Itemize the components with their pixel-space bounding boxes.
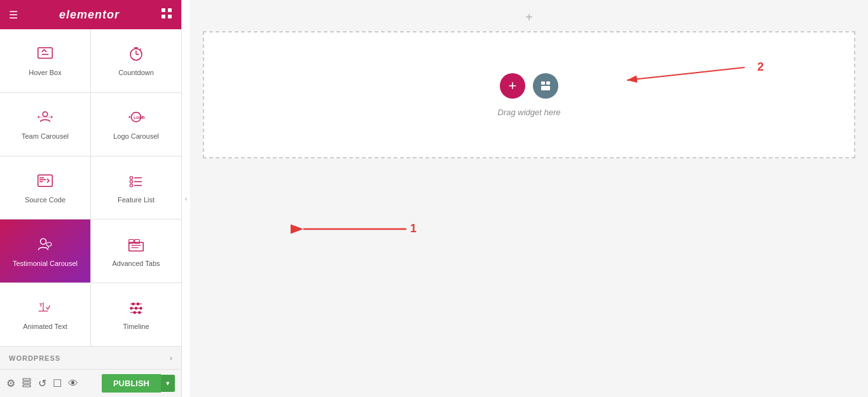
- history-icon[interactable]: ↺: [38, 377, 46, 389]
- svg-point-41: [135, 307, 138, 310]
- timeline-label: Timeline: [123, 322, 149, 331]
- svg-rect-49: [541, 81, 545, 85]
- testimonial-label: Testimonial Carousel: [13, 259, 78, 268]
- widget-timeline[interactable]: Timeline: [91, 283, 181, 346]
- annotation-1-label: 1: [410, 222, 417, 235]
- animatedtext-icon: T: [36, 298, 55, 317]
- widget-animated-text[interactable]: T Animated Text: [0, 283, 90, 346]
- svg-point-45: [138, 311, 141, 314]
- svg-point-19: [130, 176, 133, 179]
- publish-btn-group: PUBLISH ▾: [102, 374, 175, 393]
- svg-rect-50: [546, 81, 550, 85]
- testimonial-icon: [36, 235, 55, 254]
- add-template-button[interactable]: [533, 73, 558, 99]
- wordpress-section[interactable]: WORDPRESS ›: [0, 346, 181, 369]
- widget-grid: Hover Box Countdown: [0, 29, 181, 346]
- svg-rect-46: [23, 379, 31, 380]
- svg-point-44: [134, 311, 137, 314]
- preview-icon[interactable]: 👁: [68, 378, 78, 389]
- svg-rect-1: [168, 8, 172, 12]
- widget-hover-box[interactable]: Hover Box: [0, 29, 90, 92]
- footer-icons: ⚙ ↺ ☐ 👁: [6, 377, 78, 390]
- advancedtabs-icon: [127, 235, 146, 254]
- svg-point-38: [137, 303, 140, 306]
- svg-point-26: [46, 242, 52, 246]
- canvas-area: + + Drag widget here: [190, 0, 868, 397]
- widget-advanced-tabs[interactable]: Advanced Tabs: [91, 219, 181, 282]
- timeline-icon: [127, 298, 146, 317]
- grid-icon[interactable]: [161, 8, 172, 22]
- countdown-icon: [127, 44, 146, 63]
- publish-button[interactable]: PUBLISH: [102, 374, 161, 393]
- svg-line-53: [627, 67, 745, 80]
- advancedtabs-label: Advanced Tabs: [112, 259, 160, 268]
- svg-point-42: [139, 307, 142, 310]
- wordpress-label: WORDPRESS: [9, 354, 60, 362]
- widget-feature-list[interactable]: Feature List: [91, 157, 181, 219]
- wordpress-chevron-icon: ›: [170, 353, 172, 363]
- svg-rect-51: [541, 86, 550, 90]
- svg-rect-48: [23, 385, 31, 387]
- svg-text:LOGO: LOGO: [134, 116, 145, 120]
- drop-zone-buttons: +: [500, 73, 558, 99]
- sidebar-header: ☰ elementor: [0, 0, 181, 29]
- svg-rect-3: [168, 15, 172, 18]
- logocarousel-label: Logo Carousel: [113, 132, 159, 141]
- svg-rect-2: [162, 15, 165, 18]
- countdown-label: Countdown: [118, 68, 154, 77]
- sourcecode-icon: [36, 171, 55, 190]
- svg-rect-47: [23, 382, 31, 384]
- collapse-handle[interactable]: ‹: [181, 0, 190, 397]
- widget-source-code[interactable]: Source Code: [0, 157, 90, 219]
- add-widget-button[interactable]: +: [500, 73, 525, 99]
- sourcecode-label: Source Code: [25, 195, 65, 204]
- featurelist-label: Feature List: [118, 195, 155, 204]
- svg-text:T: T: [39, 302, 43, 308]
- svg-point-37: [132, 303, 135, 306]
- animatedtext-label: Animated Text: [23, 322, 67, 331]
- widget-testimonial-carousel[interactable]: Testimonial Carousel: [0, 219, 90, 282]
- hoverbox-icon: [36, 44, 55, 63]
- widget-logo-carousel[interactable]: LOGO Logo Carousel: [91, 93, 181, 156]
- elementor-logo: elementor: [59, 8, 120, 22]
- svg-point-21: [130, 180, 133, 183]
- svg-rect-4: [38, 48, 53, 59]
- teamcarousel-icon: [36, 108, 55, 127]
- layers-icon[interactable]: [22, 377, 32, 390]
- add-section-bar: +: [203, 6, 855, 29]
- menu-icon[interactable]: ☰: [9, 9, 18, 21]
- hoverbox-label: Hover Box: [29, 68, 61, 77]
- svg-rect-15: [38, 175, 53, 186]
- svg-rect-0: [162, 8, 165, 12]
- featurelist-icon: [127, 171, 146, 190]
- teamcarousel-label: Team Carousel: [22, 132, 69, 141]
- drop-zone: + Drag widget here 2: [203, 31, 855, 158]
- svg-point-23: [130, 184, 133, 187]
- svg-point-40: [130, 307, 133, 310]
- logocarousel-icon: LOGO: [127, 108, 146, 127]
- drag-widget-text: Drag widget here: [498, 108, 561, 117]
- svg-point-25: [41, 239, 46, 244]
- annotation-2-label: 2: [757, 60, 764, 73]
- add-section-icon[interactable]: +: [525, 10, 533, 25]
- publish-dropdown-button[interactable]: ▾: [161, 375, 175, 392]
- widget-countdown[interactable]: Countdown: [91, 29, 181, 92]
- responsive-icon[interactable]: ☐: [53, 377, 62, 389]
- sidebar-footer: ⚙ ↺ ☐ 👁 PUBLISH ▾: [0, 369, 181, 397]
- sidebar: ☰ elementor Hover Box: [0, 0, 181, 397]
- svg-point-11: [43, 112, 48, 117]
- widget-team-carousel[interactable]: Team Carousel: [0, 93, 90, 156]
- settings-icon[interactable]: ⚙: [6, 377, 15, 389]
